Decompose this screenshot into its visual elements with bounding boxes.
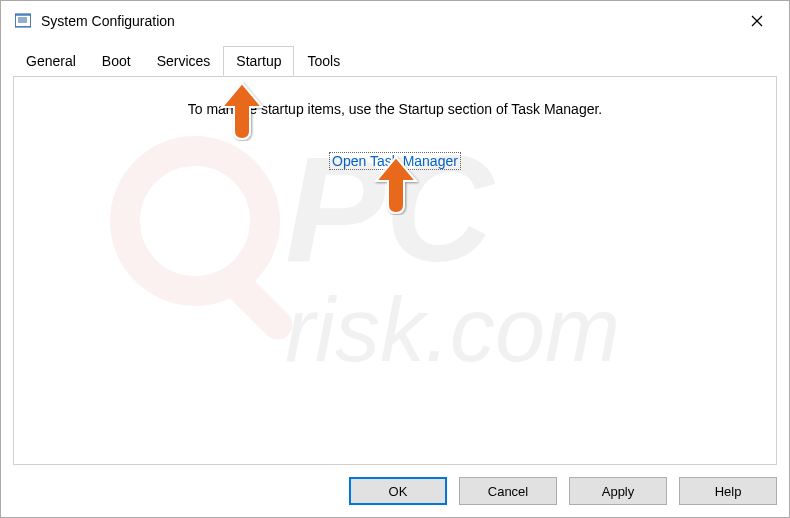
svg-text:risk.com: risk.com bbox=[285, 280, 620, 380]
tab-startup[interactable]: Startup bbox=[223, 46, 294, 76]
titlebar: System Configuration bbox=[1, 1, 789, 41]
startup-panel: PC risk.com To manage startup items, use… bbox=[13, 76, 777, 465]
tab-services[interactable]: Services bbox=[144, 46, 224, 76]
tab-general[interactable]: General bbox=[13, 46, 89, 76]
tab-boot[interactable]: Boot bbox=[89, 46, 144, 76]
content-area: General Boot Services Startup Tools PC r… bbox=[13, 45, 777, 465]
tab-tools[interactable]: Tools bbox=[294, 46, 353, 76]
svg-rect-8 bbox=[214, 261, 299, 346]
tab-strip: General Boot Services Startup Tools bbox=[13, 45, 777, 75]
dialog-buttons: OK Cancel Apply Help bbox=[349, 477, 777, 505]
help-button[interactable]: Help bbox=[679, 477, 777, 505]
close-button[interactable] bbox=[735, 6, 779, 36]
open-task-manager-link[interactable]: Open Task Manager bbox=[330, 153, 460, 169]
window-title: System Configuration bbox=[41, 13, 735, 29]
panel-inner: To manage startup items, use the Startup… bbox=[14, 77, 776, 170]
cancel-button[interactable]: Cancel bbox=[459, 477, 557, 505]
system-configuration-window: System Configuration General Boot Servic… bbox=[0, 0, 790, 518]
startup-message: To manage startup items, use the Startup… bbox=[14, 101, 776, 117]
apply-button[interactable]: Apply bbox=[569, 477, 667, 505]
app-icon bbox=[15, 13, 31, 29]
svg-point-7 bbox=[125, 151, 265, 291]
ok-button[interactable]: OK bbox=[349, 477, 447, 505]
